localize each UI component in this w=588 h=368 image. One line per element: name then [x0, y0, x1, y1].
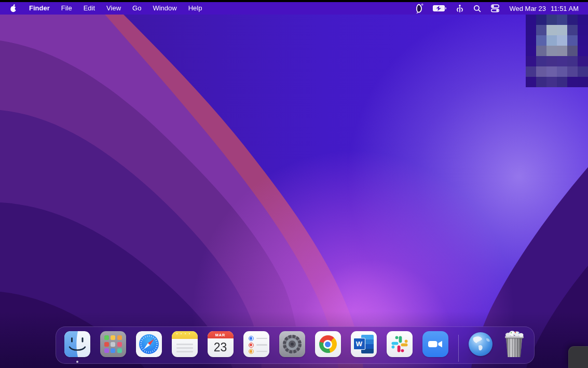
menu-go[interactable]: Go [127, 2, 147, 15]
menu-help[interactable]: Help [183, 2, 208, 15]
dock-microsoft-word[interactable]: W [351, 331, 377, 357]
globe-icon [469, 332, 493, 356]
pixelated-widget [526, 15, 588, 87]
menu-view[interactable]: View [101, 2, 127, 15]
antenna-icon[interactable] [455, 4, 464, 13]
notes-icon [172, 331, 198, 357]
dock-network-globe[interactable] [469, 332, 493, 356]
dock-launchpad[interactable] [100, 331, 126, 357]
apple-logo-icon [10, 4, 17, 12]
dock-chrome[interactable] [315, 331, 341, 357]
trash-paper [504, 330, 525, 337]
shell-menu-extra-icon[interactable] [414, 3, 424, 14]
finder-running-indicator [76, 361, 78, 363]
menu-bar: Finder File Edit View Go Window Help [0, 2, 588, 15]
video-camera-icon [422, 331, 448, 357]
apple-menu[interactable] [0, 2, 23, 15]
partial-window-corner[interactable] [568, 346, 588, 368]
status-menu-extras: Wed Mar 23 11:51 AM [414, 2, 588, 15]
dock: MAR 23 W [56, 326, 535, 364]
menu-file[interactable]: File [56, 2, 78, 15]
dock-notes[interactable] [172, 331, 198, 357]
word-initial: W [353, 338, 365, 350]
desktop-wallpaper [0, 0, 588, 368]
menu-finder[interactable]: Finder [23, 2, 56, 15]
clock-date: Wed Mar 23 [509, 5, 546, 12]
dock-zoom[interactable] [422, 331, 448, 357]
dock-finder[interactable] [64, 331, 90, 357]
safari-icon [136, 331, 162, 357]
spotlight-search-icon[interactable] [473, 5, 481, 12]
launchpad-icon [100, 331, 126, 357]
menu-window[interactable]: Window [147, 2, 182, 15]
control-center-icon[interactable] [490, 4, 500, 12]
finder-icon [64, 331, 90, 357]
chrome-icon [315, 331, 341, 357]
clock-time: 11:51 AM [551, 5, 579, 12]
trash-basket [505, 337, 523, 357]
word-icon: W [351, 331, 377, 357]
app-menus: Finder File Edit View Go Window Help [23, 2, 208, 15]
dock-reminders[interactable] [243, 331, 269, 357]
slack-icon [387, 331, 413, 357]
dock-slack[interactable] [387, 331, 413, 357]
dock-calendar[interactable]: MAR 23 [208, 331, 234, 357]
gear-icon [279, 331, 305, 357]
calendar-month: MAR [208, 331, 234, 338]
menu-edit[interactable]: Edit [78, 2, 101, 15]
dock-safari[interactable] [136, 331, 162, 357]
calendar-icon: MAR 23 [208, 331, 234, 357]
reminders-icon [243, 331, 269, 357]
dock-separator [458, 335, 459, 362]
battery-charging-icon[interactable] [433, 5, 446, 11]
calendar-day: 23 [208, 338, 234, 357]
menu-bar-clock[interactable]: Wed Mar 23 11:51 AM [509, 5, 579, 12]
dock-trash[interactable] [502, 330, 526, 358]
dock-system-preferences[interactable] [279, 331, 305, 357]
